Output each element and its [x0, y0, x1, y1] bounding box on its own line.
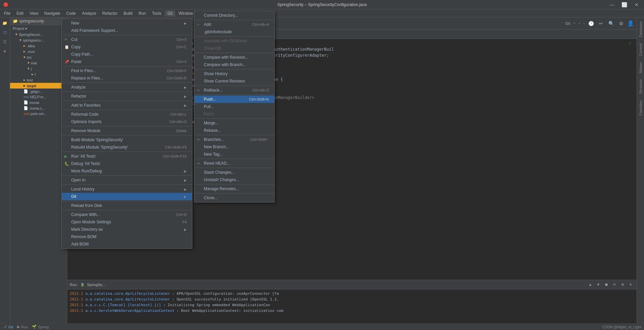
git-merge[interactable]: Merge...: [194, 119, 274, 127]
tree-springsecurity[interactable]: ▾ SpringSecuri...: [10, 32, 67, 37]
git-pull[interactable]: Pull...: [194, 103, 274, 110]
tree-project-header[interactable]: Project ▾: [10, 26, 67, 32]
search-btn[interactable]: 🔍: [607, 19, 615, 28]
menu-view[interactable]: View: [27, 10, 41, 16]
right-tab-database[interactable]: Database: [638, 19, 643, 40]
run-status-bar[interactable]: ▶ Run: [17, 325, 28, 329]
tree-idea[interactable]: ▸ .idea: [10, 43, 67, 49]
menu-code[interactable]: Code: [63, 10, 79, 16]
git-compare-revision[interactable]: Compare with Revision...: [194, 54, 274, 61]
ctx-find-files[interactable]: Find in Files... Ctrl+Shift+F: [62, 67, 192, 74]
ctx-more-run[interactable]: More Run/Debug ▶: [62, 167, 192, 175]
ctx-rebuild-module[interactable]: Rebuild Module 'SpringSecurity' Ctrl+Shi…: [62, 144, 192, 151]
console-close-btn[interactable]: ✕: [627, 281, 634, 288]
menu-navigate[interactable]: Navigate: [42, 10, 63, 16]
console-stop-btn[interactable]: ⏹: [603, 281, 610, 288]
git-revert-btn[interactable]: ↩: [597, 19, 605, 28]
ctx-replace-files[interactable]: Replace in Files... Ctrl+Shift+R: [62, 74, 192, 82]
ctx-open-in[interactable]: Open In ▶: [62, 176, 192, 184]
right-tab-structure[interactable]: Structure: [638, 76, 643, 97]
menu-tools[interactable]: Tools: [149, 10, 164, 16]
commit-icon[interactable]: ⬡: [1, 28, 9, 37]
ctx-analyze[interactable]: Analyze ▶: [62, 84, 192, 91]
git-show-history[interactable]: Show History: [194, 70, 274, 77]
ctx-debug-tests[interactable]: 🐛 Debug 'All Tests': [62, 160, 192, 167]
menu-file[interactable]: File: [1, 10, 13, 16]
console-down-btn[interactable]: ▼: [595, 281, 602, 288]
menu-window[interactable]: Window: [176, 10, 196, 16]
ctx-build-module[interactable]: Build Module 'SpringSecurity': [62, 136, 192, 144]
menu-run[interactable]: Run: [136, 10, 149, 16]
ctx-add-favorites[interactable]: Add to Favorites ▶: [62, 102, 192, 109]
ctx-paste[interactable]: 📌 Paste Ctrl+V: [62, 58, 192, 65]
git-branches[interactable]: ↩ Branches... Ctrl+Shift+`: [194, 136, 274, 143]
ctx-remove-module[interactable]: Remove Module Delete: [62, 127, 192, 134]
right-tab-commit[interactable]: Commit: [638, 41, 643, 59]
tree-j[interactable]: ▾ j: [10, 66, 67, 71]
menu-refactor[interactable]: Refactor: [100, 10, 120, 16]
tree-mvn[interactable]: ▸ .mvn: [10, 49, 67, 54]
structure-icon[interactable]: ☰: [1, 38, 9, 46]
git-show-current-revision[interactable]: Show Current Revision: [194, 77, 274, 85]
ctx-refactor[interactable]: Refactor ▶: [62, 93, 192, 100]
git-history-btn[interactable]: 🕐: [587, 19, 595, 28]
git-rebase[interactable]: Rebase...: [194, 127, 274, 134]
ctx-copy[interactable]: 📋 Copy Ctrl+C: [62, 43, 192, 51]
ctx-reload-disk[interactable]: Reload from Disk: [62, 202, 192, 209]
git-reset-head[interactable]: ↩ Reset HEAD...: [194, 160, 274, 167]
tree-target[interactable]: ▸ target: [10, 83, 67, 89]
minimize-button[interactable]: —: [607, 1, 616, 8]
ctx-optimize-imports[interactable]: Optimize Imports Ctrl+Alt+O: [62, 118, 192, 125]
ctx-module-settings[interactable]: Open Module Settings F4: [62, 218, 192, 226]
git-unstash[interactable]: Unstash Changes...: [194, 176, 274, 183]
ctx-compare-with[interactable]: Compare With... Ctrl+D: [62, 211, 192, 218]
console-settings-btn[interactable]: ⚙: [619, 281, 626, 288]
git-manage-remotes[interactable]: Manage Remotes...: [194, 185, 274, 192]
ctx-add-framework[interactable]: Add Framework Support...: [62, 27, 192, 34]
menu-git[interactable]: Git: [165, 10, 175, 16]
menu-edit[interactable]: Edit: [14, 10, 26, 16]
spring-status-bar[interactable]: 🌱 Spring: [32, 325, 49, 329]
tree-gitignore[interactable]: 📄 .gitign...: [10, 89, 67, 94]
ctx-reformat[interactable]: Reformat Code Ctrl+Alt+L: [62, 111, 192, 118]
ctx-local-history[interactable]: Local History ▶: [62, 185, 192, 193]
tree-springsecurity2[interactable]: ▾ springsecu...: [10, 37, 67, 43]
tree-test[interactable]: ▸ test: [10, 77, 67, 83]
ctx-remove-bom[interactable]: Remove BOM: [62, 233, 192, 240]
git-exclude[interactable]: .git/info/exclude: [194, 28, 274, 36]
tree-l[interactable]: ▸ l: [10, 71, 67, 77]
tree-src[interactable]: ▾ src: [10, 54, 67, 60]
git-push[interactable]: Push... Ctrl+Shift+K: [194, 96, 274, 103]
right-tab-maven[interactable]: Maven: [638, 59, 643, 76]
menu-analyze[interactable]: Analyze: [79, 10, 99, 16]
ctx-add-bom[interactable]: Add BOM: [62, 240, 192, 248]
git-stash[interactable]: Stash Changes...: [194, 169, 274, 176]
menu-build[interactable]: Build: [121, 10, 135, 16]
settings-btn[interactable]: ⚙: [617, 19, 625, 28]
tree-mvnw[interactable]: 📄 mvnw: [10, 100, 67, 105]
tree-mvnwcmd[interactable]: 📄 mvnw.c...: [10, 105, 67, 111]
git-status-bar[interactable]: ⎇ Git: [3, 325, 13, 329]
git-clone[interactable]: Clone...: [194, 194, 274, 202]
console-refresh-btn[interactable]: ⟳: [611, 281, 618, 288]
ctx-mark-dir[interactable]: Mark Directory as ▶: [62, 226, 192, 233]
git-compare-branch[interactable]: Compare with Branch...: [194, 61, 274, 68]
ctx-git[interactable]: Git ▶: [62, 193, 192, 200]
console-up-btn[interactable]: ▲: [587, 281, 594, 288]
git-new-tag[interactable]: New Tag...: [194, 151, 274, 158]
tree-helpm[interactable]: md HELP.m...: [10, 94, 67, 100]
tree-mai[interactable]: ▾ mai: [10, 60, 67, 66]
ctx-run-tests[interactable]: ▶ Run 'All Tests' Ctrl+Shift+F10: [62, 153, 192, 160]
ctx-new[interactable]: New ▶: [62, 19, 192, 27]
close-button[interactable]: ✕: [633, 1, 641, 8]
maximize-button[interactable]: ⬜: [619, 1, 629, 8]
ctx-copy-path[interactable]: Copy Path...: [62, 51, 192, 58]
right-tab-favorites[interactable]: Favorites: [638, 98, 643, 118]
tree-pomxml[interactable]: xml pom.xm...: [10, 111, 67, 116]
favorites-icon[interactable]: ★: [1, 47, 9, 56]
git-add[interactable]: + Add Ctrl+Alt+A: [194, 21, 274, 28]
git-rollback[interactable]: ↩ Rollback... Ctrl+Alt+Z: [194, 87, 274, 94]
git-new-branch[interactable]: New Branch...: [194, 143, 274, 151]
git-commit-dir[interactable]: Commit Directory...: [194, 12, 274, 19]
ctx-cut[interactable]: ✂ Cut Ctrl+X: [62, 36, 192, 43]
